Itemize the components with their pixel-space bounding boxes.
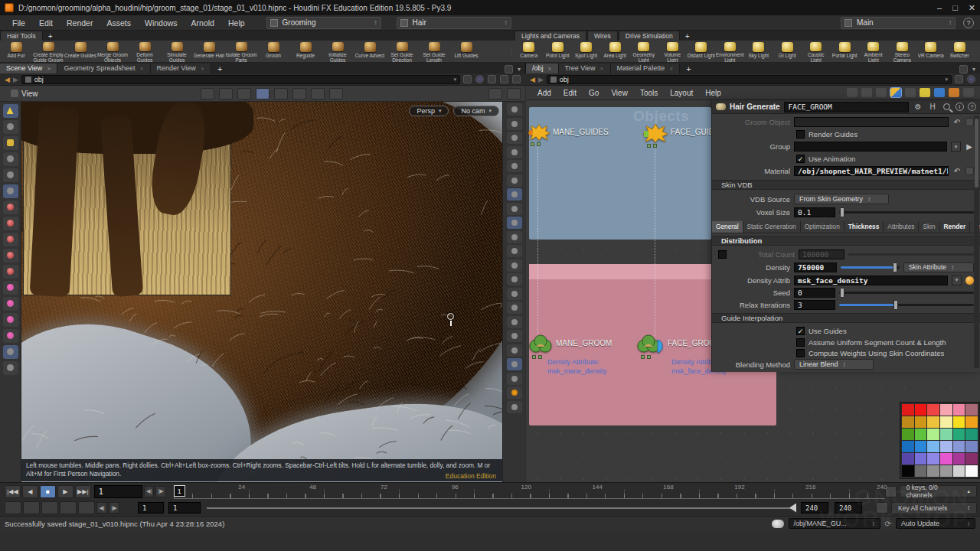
shelf-tool[interactable]: Add Fur — [0, 41, 32, 62]
parameter-scrollbar[interactable] — [974, 116, 979, 368]
voxel-size-slider[interactable] — [839, 211, 974, 214]
color-swatch[interactable] — [902, 453, 914, 465]
range-end-handle[interactable] — [789, 504, 796, 513]
ghost-other-objects-icon[interactable] — [507, 288, 522, 300]
wireframe-icon[interactable] — [507, 259, 522, 272]
back-arrow-icon[interactable]: ◀ — [5, 76, 10, 83]
shelf-tool[interactable]: Set Guide Direction — [386, 41, 418, 62]
node-flag[interactable] — [647, 144, 651, 148]
node-face-groom[interactable]: FACE_GROOM Density Attribute:msk_face_de… — [635, 334, 722, 354]
color-swatch[interactable] — [915, 416, 927, 428]
camera-lock-icon[interactable] — [329, 88, 343, 99]
shelf-tool[interactable]: Isolate Groom Parts — [225, 41, 257, 62]
color-swatch[interactable] — [927, 465, 939, 477]
groom-object-field[interactable] — [794, 117, 949, 127]
color-swatch[interactable] — [915, 453, 927, 465]
desktop-selector[interactable]: Main ↕ — [841, 17, 956, 29]
point-numbers-icon[interactable] — [507, 132, 522, 144]
menu-item[interactable]: Arnold — [185, 17, 220, 29]
color-swatch[interactable] — [915, 441, 927, 452]
color-swatch[interactable] — [965, 441, 978, 452]
shelf-tab[interactable]: Drive Simulation — [619, 31, 680, 41]
group-field[interactable] — [794, 142, 947, 152]
use-animation-checkbox[interactable]: ✓ — [796, 155, 805, 163]
refresh-icon[interactable]: ⟳ — [885, 520, 891, 528]
maximize-button[interactable]: □ — [952, 3, 958, 13]
shelf-set-hair[interactable]: Hair ↕ — [397, 17, 511, 29]
color-swatch[interactable] — [927, 416, 939, 428]
density-attrib-field[interactable]: msk_face_density — [794, 276, 948, 285]
seed-slider[interactable] — [839, 292, 974, 294]
menu-item[interactable]: Render — [60, 17, 99, 29]
view-tool-icon[interactable] — [3, 184, 18, 198]
back-arrow-icon[interactable]: ◀ — [530, 76, 535, 83]
keys-info-button[interactable]: 0 keys, 0/0 channels ▴ — [900, 485, 977, 497]
color-swatch[interactable] — [927, 453, 939, 465]
color-swatch[interactable] — [953, 465, 965, 477]
color-swatch[interactable] — [940, 416, 952, 428]
pose-tool-icon[interactable] — [3, 249, 18, 262]
section-skin-vdb[interactable]: Skin VDB — [712, 180, 980, 190]
step-back-button[interactable]: ◀| — [144, 486, 154, 497]
seed-field[interactable]: 0 — [794, 288, 835, 298]
range-start-sub-field[interactable]: 1 — [168, 502, 201, 514]
color-swatch[interactable] — [902, 404, 914, 416]
show-objects-icon[interactable] — [3, 104, 18, 118]
section-distribution[interactable]: Distribution — [712, 236, 980, 246]
shelf-tool[interactable]: Geometry Light — [629, 41, 658, 62]
open-floating-panel-icon[interactable] — [965, 167, 974, 175]
shelf-tool[interactable]: Camera — [514, 41, 544, 62]
param-tab[interactable]: Thickness — [844, 221, 884, 233]
vdb-source-dropdown[interactable]: From Skin Geometry ↕ — [794, 194, 889, 204]
param-tab[interactable]: Optimization — [801, 221, 844, 233]
color-swatch[interactable] — [902, 465, 914, 477]
reference-grid-icon[interactable] — [507, 316, 522, 328]
handles-tool-icon[interactable] — [237, 88, 251, 99]
jump-to-start-button[interactable]: |◀◀ — [5, 485, 21, 498]
color-swatch[interactable] — [953, 441, 965, 452]
relax-iterations-slider[interactable] — [839, 304, 974, 306]
screen-brush-icon[interactable] — [3, 345, 18, 359]
translate-tool-icon[interactable] — [3, 201, 18, 214]
dopesheet-toggle-icon[interactable] — [876, 502, 888, 514]
shelf-tool[interactable]: Merge Groom Objects — [96, 41, 129, 62]
color-swatch[interactable] — [902, 429, 914, 440]
key-all-channels-button[interactable]: Key All Channels ↕ — [891, 502, 977, 514]
prev-key-button[interactable]: ◀| — [96, 502, 107, 514]
points-icon[interactable] — [507, 103, 522, 116]
menu-item[interactable]: File — [6, 17, 31, 29]
shelf-tool[interactable]: VR Camera — [916, 41, 946, 62]
color-swatch[interactable] — [927, 441, 939, 452]
shelf-tab-hair-tools[interactable]: Hair Tools — [0, 31, 43, 41]
shelf-tool[interactable]: Area Light — [601, 41, 630, 62]
shelf-tool[interactable]: Curve Advect — [354, 41, 386, 62]
pane-split-icon[interactable] — [959, 65, 968, 73]
color-swatch[interactable] — [915, 465, 927, 477]
display-options-icon[interactable] — [488, 88, 502, 99]
lasso-tool-icon[interactable] — [219, 88, 233, 99]
color-palette-icon[interactable] — [890, 88, 901, 97]
playback-range-slider[interactable] — [207, 507, 796, 509]
vertex-markers-icon[interactable] — [507, 146, 522, 158]
attribute-paint-icon[interactable] — [965, 276, 974, 285]
network-menu-item[interactable]: Add — [532, 88, 557, 98]
range-end-sub-field[interactable]: 240 — [835, 502, 862, 514]
shelf-tab[interactable]: Wires — [587, 31, 618, 41]
rotate-tool-icon[interactable] — [3, 217, 18, 230]
color-swatch[interactable] — [965, 404, 978, 416]
smooth-shade-icon[interactable] — [507, 245, 522, 257]
shelf-tool[interactable]: GI Light — [773, 41, 802, 62]
loop-mode-icon[interactable] — [41, 501, 58, 514]
minimize-button[interactable]: – — [937, 3, 942, 13]
houdini-badge-icon[interactable]: H — [927, 103, 938, 111]
node-mane-groom[interactable]: MANE_GROOM Density Attribute:msk_mane_de… — [528, 334, 612, 354]
snapshot-icon[interactable] — [488, 75, 496, 83]
layout-icon[interactable] — [905, 88, 916, 97]
secure-selection-lock-icon[interactable] — [3, 168, 18, 182]
shelf-tool[interactable]: Initialize Guides — [322, 41, 354, 62]
group-dropdown-icon[interactable]: ▾ — [951, 142, 961, 152]
gamma-icon[interactable] — [507, 330, 522, 342]
lighting-icon[interactable] — [507, 188, 522, 201]
timeline-ruler[interactable]: 1 24487296120144168192216240 — [174, 484, 885, 499]
shelf-set-grooming[interactable]: Grooming ↕ — [266, 17, 381, 29]
